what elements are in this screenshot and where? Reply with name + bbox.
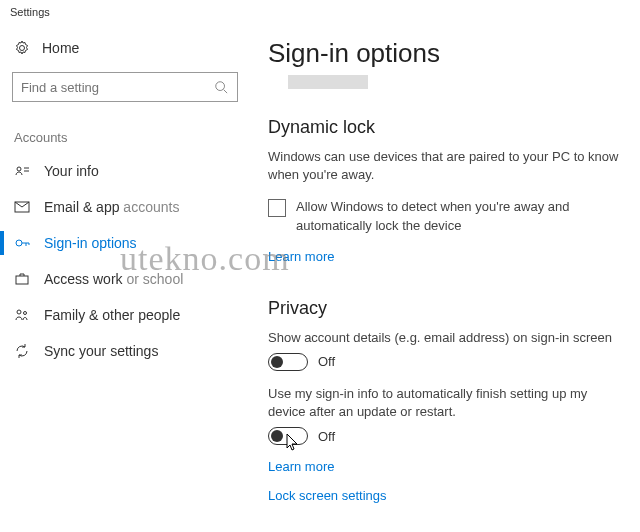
dynamic-lock-checkbox-row[interactable]: Allow Windows to detect when you're away… <box>268 198 624 234</box>
search-icon <box>213 79 229 95</box>
svg-point-6 <box>16 240 22 246</box>
sidebar-item-email-accounts[interactable]: Email & app accounts <box>12 189 238 225</box>
sidebar-item-label: Family & other people <box>44 307 180 323</box>
page-title: Sign-in options <box>268 38 624 69</box>
sidebar-item-signin-options[interactable]: Sign-in options <box>12 225 238 261</box>
sidebar-item-sync[interactable]: Sync your settings <box>12 333 238 369</box>
sidebar-item-label: Your info <box>44 163 99 179</box>
privacy-opt1-label: Show account details (e.g. email address… <box>268 329 624 347</box>
key-icon <box>14 235 30 251</box>
svg-point-11 <box>17 310 21 314</box>
svg-point-0 <box>216 82 225 91</box>
sidebar-item-label: Email & app accounts <box>44 199 179 215</box>
dynamic-lock-heading: Dynamic lock <box>268 117 624 138</box>
privacy-opt2-toggle-row: Off <box>268 427 624 445</box>
main-content: Sign-in options Dynamic lock Windows can… <box>250 22 640 509</box>
checkbox-label: Allow Windows to detect when you're away… <box>296 198 624 234</box>
dynamic-lock-desc: Windows can use devices that are paired … <box>268 148 624 184</box>
window-title: Settings <box>0 0 640 22</box>
sidebar-item-label: Sync your settings <box>44 343 158 359</box>
sidebar-section-label: Accounts <box>12 130 238 145</box>
people-icon <box>14 307 30 323</box>
gear-icon <box>14 40 30 56</box>
home-label: Home <box>42 40 79 56</box>
svg-line-1 <box>224 90 228 94</box>
briefcase-icon <box>14 271 30 287</box>
toggle-state-label: Off <box>318 429 335 444</box>
toggle-switch[interactable] <box>268 427 308 445</box>
home-nav[interactable]: Home <box>12 36 238 66</box>
svg-rect-10 <box>16 276 28 284</box>
svg-point-2 <box>17 167 21 171</box>
search-box[interactable] <box>12 72 238 102</box>
svg-point-12 <box>24 312 27 315</box>
dynamic-lock-learn-more-link[interactable]: Learn more <box>268 249 334 264</box>
toggle-state-label: Off <box>318 354 335 369</box>
person-card-icon <box>14 163 30 179</box>
sidebar-item-your-info[interactable]: Your info <box>12 153 238 189</box>
toggle-switch[interactable] <box>268 353 308 371</box>
sidebar-item-family[interactable]: Family & other people <box>12 297 238 333</box>
lock-screen-settings-link[interactable]: Lock screen settings <box>268 488 387 503</box>
sidebar-item-access-work[interactable]: Access work or school <box>12 261 238 297</box>
checkbox-icon[interactable] <box>268 199 286 217</box>
privacy-opt2-label: Use my sign-in info to automatically fin… <box>268 385 624 421</box>
privacy-learn-more-link[interactable]: Learn more <box>268 459 624 474</box>
sidebar: Home Accounts Your info Email & app acco… <box>0 22 250 509</box>
sidebar-item-label: Access work or school <box>44 271 183 287</box>
search-input[interactable] <box>21 80 213 95</box>
sync-icon <box>14 343 30 359</box>
privacy-heading: Privacy <box>268 298 624 319</box>
placeholder-bar <box>288 75 368 89</box>
mail-icon <box>14 199 30 215</box>
privacy-opt1-toggle-row: Off <box>268 353 624 371</box>
sidebar-item-label: Sign-in options <box>44 235 137 251</box>
